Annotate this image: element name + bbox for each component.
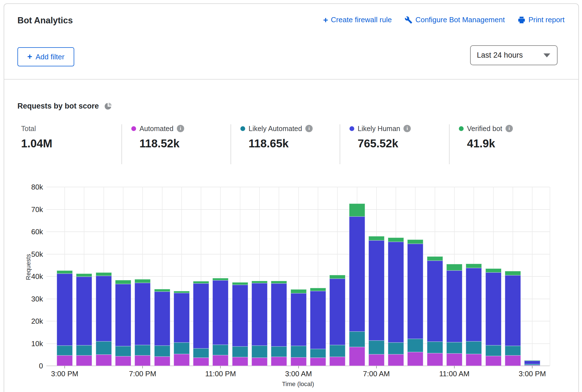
- stat-likely-automated-label: Likely Automated: [249, 125, 302, 133]
- stat-divider: [121, 124, 122, 164]
- info-icon[interactable]: i: [506, 125, 513, 132]
- configure-bot-management-label: Configure Bot Management: [415, 15, 505, 24]
- create-firewall-rule-label: Create firewall rule: [331, 15, 392, 24]
- print-report-label: Print report: [528, 15, 565, 24]
- section-title: Requests by bot score: [17, 102, 99, 111]
- configure-bot-management-link[interactable]: Configure Bot Management: [405, 15, 505, 24]
- add-filter-label: Add filter: [35, 53, 64, 61]
- stat-divider: [231, 124, 231, 164]
- stat-automated: Automated i 118.52k: [131, 124, 184, 150]
- stat-divider: [340, 124, 340, 164]
- likely-automated-legend-dot: [240, 126, 245, 131]
- stat-verified-bot: Verified bot i 41.9k: [459, 124, 513, 150]
- chevron-down-icon: [543, 53, 550, 57]
- wrench-icon: [405, 16, 412, 24]
- stat-total-value: 1.04M: [21, 137, 52, 150]
- header-divider: [4, 79, 578, 80]
- time-range-value: Last 24 hours: [471, 51, 543, 60]
- stat-likely-automated-value: 118.65k: [249, 137, 313, 150]
- info-icon[interactable]: i: [177, 125, 184, 132]
- stat-likely-human-value: 765.52k: [358, 137, 411, 150]
- stat-total: Total 1.04M: [21, 124, 52, 150]
- stat-verified-bot-label: Verified bot: [467, 125, 502, 133]
- stat-total-label: Total: [21, 125, 36, 133]
- time-range-select[interactable]: Last 24 hours: [470, 45, 558, 65]
- stat-likely-human-label: Likely Human: [358, 125, 400, 133]
- header-actions: + Create firewall rule Configure Bot Man…: [323, 15, 565, 24]
- stat-likely-automated: Likely Automated i 118.65k: [240, 124, 313, 150]
- add-filter-button[interactable]: + Add filter: [17, 47, 74, 66]
- plus-icon: +: [323, 16, 328, 24]
- stat-verified-bot-value: 41.9k: [467, 137, 513, 150]
- stat-divider: [449, 124, 450, 164]
- stats-row: Total 1.04M Automated i 118.52k Likely A…: [17, 124, 565, 166]
- printer-icon: [518, 16, 525, 24]
- page-title: Bot Analytics: [17, 15, 73, 26]
- plus-icon: +: [27, 52, 32, 61]
- stat-likely-human: Likely Human i 765.52k: [349, 124, 411, 150]
- info-icon[interactable]: i: [403, 125, 411, 132]
- verified-bot-legend-dot: [459, 126, 464, 131]
- stat-automated-value: 118.52k: [139, 137, 184, 150]
- print-report-link[interactable]: Print report: [518, 15, 565, 24]
- pie-icon: [104, 102, 112, 110]
- create-firewall-rule-link[interactable]: + Create firewall rule: [323, 15, 392, 24]
- likely-human-legend-dot: [349, 126, 354, 131]
- automated-legend-dot: [131, 126, 136, 131]
- info-icon[interactable]: i: [305, 125, 313, 132]
- stat-automated-label: Automated: [139, 125, 173, 133]
